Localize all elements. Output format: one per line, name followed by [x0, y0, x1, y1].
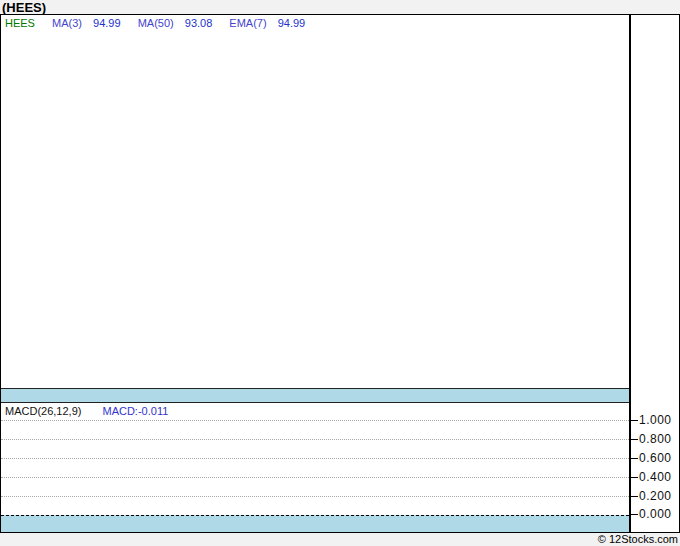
tick-mark — [631, 439, 638, 440]
pane-separator-bar — [1, 388, 629, 403]
symbol-label: HEES — [5, 17, 35, 29]
macd-params-label: MACD(26,12,9) — [5, 405, 81, 417]
axis-tick: 0.600 — [631, 451, 679, 465]
bottom-bar — [1, 515, 629, 532]
tick-label: 1.000 — [639, 413, 672, 427]
gridline-1.000 — [1, 420, 629, 421]
tick-label: 0.200 — [639, 489, 672, 503]
macd-legend: MACD(26,12,9) MACD:-0.011 — [5, 405, 168, 417]
ma3-label: MA(3) — [52, 17, 82, 29]
price-legend: HEES MA(3) 94.99 MA(50) 93.08 EMA(7) 94.… — [5, 17, 319, 29]
gridline-0.800 — [1, 439, 629, 440]
tick-mark — [631, 496, 638, 497]
tick-mark — [631, 420, 638, 421]
chart-box: HEES MA(3) 94.99 MA(50) 93.08 EMA(7) 94.… — [0, 14, 680, 533]
gridline-0.200 — [1, 496, 629, 497]
axis-tick: 0.400 — [631, 470, 679, 484]
right-axis: 1.000 0.800 0.600 0.400 0.200 0.000 — [629, 15, 679, 532]
macd-value: MACD:-0.011 — [102, 405, 168, 417]
tick-label: 0.600 — [639, 451, 672, 465]
macd-pane: MACD(26,12,9) MACD:-0.011 — [1, 403, 629, 515]
axis-tick: 0.200 — [631, 489, 679, 503]
ema7-value: 94.99 — [278, 17, 306, 29]
page-title: (HEES) — [2, 0, 46, 15]
copyright: © 12Stocks.com — [598, 533, 678, 545]
tick-label: 0.000 — [639, 507, 672, 521]
axis-tick: 1.000 — [631, 413, 679, 427]
ema7-label: EMA(7) — [229, 17, 266, 29]
ma50-label: MA(50) — [138, 17, 174, 29]
gridline-0.600 — [1, 458, 629, 459]
price-pane: HEES MA(3) 94.99 MA(50) 93.08 EMA(7) 94.… — [1, 15, 629, 388]
axis-tick: 0.800 — [631, 432, 679, 446]
tick-mark — [631, 477, 638, 478]
tick-mark — [631, 458, 638, 459]
axis-tick: 0.000 — [631, 507, 679, 521]
tick-mark — [631, 514, 638, 515]
gridline-0.400 — [1, 477, 629, 478]
chart-widget: (HEES) HEES MA(3) 94.99 MA(50) 93.08 EMA… — [0, 0, 680, 546]
ma50-value: 93.08 — [185, 17, 213, 29]
ma3-value: 94.99 — [93, 17, 121, 29]
tick-label: 0.400 — [639, 470, 672, 484]
tick-label: 0.800 — [639, 432, 672, 446]
